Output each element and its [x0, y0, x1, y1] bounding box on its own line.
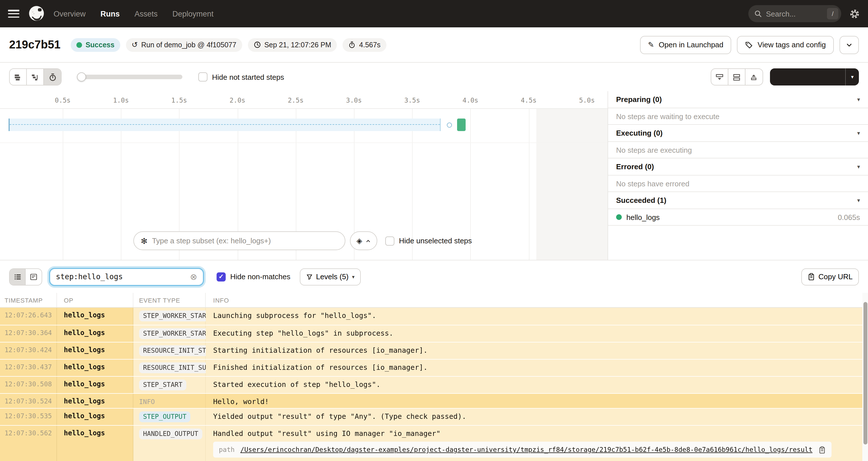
metadata-path-box: path/Users/erincochran/Desktop/dagster-e…	[213, 442, 831, 458]
slider-handle[interactable]	[77, 72, 86, 82]
dock-top-button[interactable]	[745, 69, 762, 85]
dock-bottom-button[interactable]	[711, 69, 728, 85]
log-scrollbar	[862, 293, 868, 461]
column-header-event-type[interactable]: EVENT TYPE	[133, 293, 206, 307]
log-row[interactable]: 12:07:30.364 hello_logs STEP_WORKER_STAR…	[0, 325, 868, 342]
hide-unselected-checkbox-row[interactable]: Hide unselected steps	[385, 236, 472, 245]
panel-empty-message: No steps are waiting to execute	[608, 108, 868, 125]
hide-not-started-checkbox[interactable]	[198, 72, 208, 82]
list-view-icon	[13, 273, 21, 281]
hamburger-menu-icon[interactable]	[8, 10, 20, 18]
step-marker-circle	[447, 123, 452, 128]
log-row[interactable]: 12:07:30.508 hello_logs STEP_START Start…	[0, 376, 868, 393]
log-op: hello_logs	[57, 342, 133, 359]
collapse-caret-icon[interactable]: ▾	[857, 163, 860, 170]
nav-item-assets[interactable]: Assets	[134, 9, 158, 18]
dock-bottom-icon	[715, 73, 723, 81]
hide-non-matches-checkbox[interactable]: ✓	[217, 272, 226, 281]
gantt-view-mode-group	[9, 68, 62, 86]
collapse-caret-icon[interactable]: ▾	[857, 197, 860, 204]
step-subset-input[interactable]	[152, 237, 338, 245]
event-type-badge: STEP_START	[139, 379, 187, 390]
panel-section-header-3[interactable]: Succeeded (1)▾	[608, 192, 868, 209]
hide-non-matches-row[interactable]: ✓ Hide non-matches	[217, 272, 290, 281]
log-info: Started execution of step "hello_logs".	[206, 377, 868, 393]
log-row[interactable]: 12:07:30.535 hello_logs STEP_OUTPUT Yiel…	[0, 408, 868, 425]
log-filter-input[interactable]	[56, 272, 187, 281]
log-event-type: RESOURCE_INIT_SUCC…	[133, 360, 206, 376]
axis-gridline	[529, 109, 529, 260]
log-timestamp: 12:07:26.643	[0, 308, 57, 325]
search-icon	[754, 10, 762, 18]
run-status-badge: Success	[71, 38, 120, 52]
settings-button[interactable]	[849, 8, 860, 19]
reexecute-all-button[interactable]: Re-execute all (*)	[770, 68, 845, 86]
panel-section-header-0[interactable]: Preparing (0)▾	[608, 91, 868, 108]
graph-query-toggle-button[interactable]: ◈	[350, 232, 377, 250]
reexecute-dropdown-button[interactable]: ▾	[845, 68, 859, 86]
chevron-down-icon	[846, 41, 852, 48]
step-subset-row: ✻ ◈ Hide unselected steps	[133, 232, 472, 250]
panel-section-header-2[interactable]: Errored (0)▾	[608, 158, 868, 176]
global-search-input[interactable]: Search... /	[748, 5, 841, 22]
column-header-timestamp[interactable]: TIMESTAMP	[0, 293, 57, 307]
hide-unselected-checkbox[interactable]	[385, 236, 394, 245]
log-row[interactable]: 12:07:30.424 hello_logs RESOURCE_INIT_ST…	[0, 342, 868, 359]
axis-gridline	[63, 109, 63, 260]
column-header-op[interactable]: OP	[57, 293, 133, 307]
nav-item-runs[interactable]: Runs	[101, 9, 120, 18]
scrollbar-thumb[interactable]	[863, 302, 867, 444]
open-in-launchpad-button[interactable]: ✎ Open in Launchpad	[640, 36, 732, 54]
run-gantt-section: 0.5s1.0s1.5s2.0s2.5s3.0s3.5s4.0s4.5s5.0s…	[0, 91, 868, 260]
path-link[interactable]: /Users/erincochran/Desktop/dagster-examp…	[240, 445, 812, 454]
log-info: Hello, world!	[206, 394, 868, 408]
log-message: Starting initialization of resources [io…	[213, 346, 868, 355]
log-info: Starting initialization of resources [io…	[206, 342, 868, 359]
log-op: hello_logs	[57, 360, 133, 376]
gantt-step-bar-hello-logs[interactable]	[457, 119, 466, 131]
column-header-info[interactable]: INFO	[206, 293, 868, 307]
nav-item-overview[interactable]: Overview	[54, 9, 86, 18]
copy-url-button[interactable]: Copy URL	[801, 268, 859, 285]
log-event-type: STEP_WORKER_STARTI…	[133, 308, 206, 325]
run-header: 219c7b51 Success ↺ Run of demo_job @ 4f1…	[0, 27, 868, 63]
log-table-header: TIMESTAMP OP EVENT TYPE INFO	[0, 293, 868, 308]
collapse-caret-icon[interactable]: ▾	[857, 130, 860, 136]
reexecute-split-button: Re-execute all (*) ▾	[770, 68, 859, 86]
hide-not-started-checkbox-row[interactable]: Hide not started steps	[198, 72, 284, 82]
panel-section-header-1[interactable]: Executing (0)▾	[608, 125, 868, 142]
gantt-zoom-slider[interactable]	[78, 72, 182, 82]
run-of-job-tag[interactable]: ↺ Run of demo_job @ 4f105077	[126, 38, 242, 52]
structured-log-icon	[30, 273, 38, 281]
log-row[interactable]: 12:07:30.562 hello_logs HANDLED_OUTPUT H…	[0, 425, 868, 461]
collapse-caret-icon[interactable]: ▾	[857, 96, 860, 102]
dagster-logo[interactable]	[27, 5, 45, 23]
run-id-title: 219c7b51	[9, 38, 60, 51]
log-row[interactable]: 12:07:30.437 hello_logs RESOURCE_INIT_SU…	[0, 359, 868, 376]
log-info: Launching subprocess for "hello_logs".	[206, 308, 868, 325]
view-mode-timed-button[interactable]	[44, 69, 61, 85]
run-header-more-button[interactable]	[839, 36, 859, 54]
view-mode-waterfall-button[interactable]	[27, 69, 44, 85]
axis-tick-label: 2.5s	[288, 96, 304, 104]
log-row[interactable]: 12:07:30.524 hello_logs INFO Hello, worl…	[0, 393, 868, 408]
step-status-panel: Preparing (0)▾No steps are waiting to ex…	[608, 91, 868, 260]
panel-empty-message: No steps are executing	[608, 142, 868, 158]
view-mode-flat-button[interactable]	[10, 69, 27, 85]
log-view-raw-button[interactable]	[26, 269, 41, 285]
event-type-badge: STEP_OUTPUT	[139, 411, 190, 422]
nav-item-deployment[interactable]: Deployment	[173, 9, 213, 18]
log-event-type: STEP_OUTPUT	[133, 408, 206, 425]
log-row[interactable]: 12:07:26.643 hello_logs STEP_WORKER_STAR…	[0, 308, 868, 325]
split-view-button[interactable]	[728, 69, 745, 85]
levels-dropdown[interactable]: Levels (5) ▾	[300, 268, 361, 285]
panel-step-row-hello_logs[interactable]: hello_logs0.065s	[608, 209, 868, 226]
log-view-table-button[interactable]	[10, 269, 26, 285]
log-event-type: INFO	[133, 394, 206, 408]
axis-tick-label: 1.5s	[171, 96, 187, 104]
view-tags-config-button[interactable]: View tags and config	[737, 36, 834, 54]
event-type-badge: HANDLED_OUTPUT	[139, 428, 202, 439]
copy-path-icon[interactable]	[818, 446, 826, 453]
slider-track[interactable]	[78, 75, 182, 79]
clear-filter-icon[interactable]: ⊗	[190, 272, 197, 281]
